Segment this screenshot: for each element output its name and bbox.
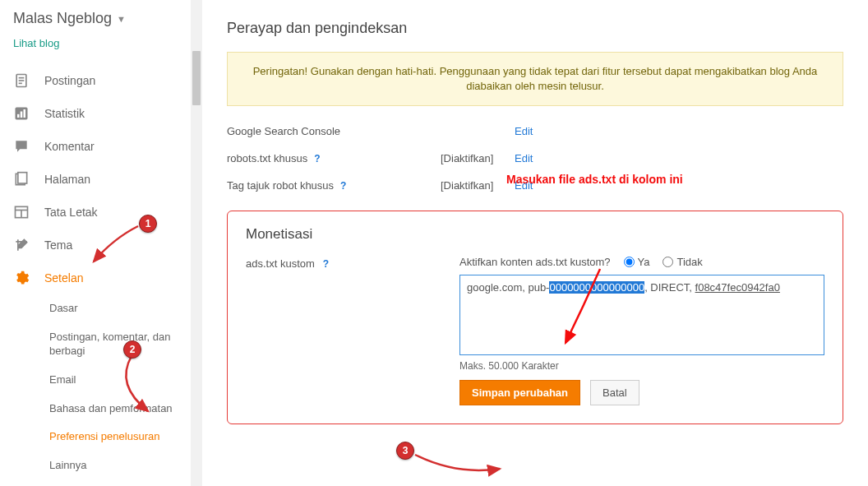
nav-halaman[interactable]: Halaman	[8, 163, 191, 196]
document-icon	[13, 72, 30, 89]
annotation-badge-2: 2	[123, 340, 141, 359]
radio-no[interactable]	[663, 257, 673, 267]
subnav-postingan-komentar[interactable]: Postingan, komentar, dan berbagi	[44, 323, 184, 366]
activate-label: Aktifkan konten ads.txt kustom?	[459, 256, 611, 268]
blog-title-dropdown[interactable]: Malas Ngeblog ▼	[8, 7, 191, 30]
help-icon[interactable]: ?	[323, 258, 329, 270]
subnav-lainnya[interactable]: Lainnya	[44, 451, 184, 480]
edit-link[interactable]: Edit	[515, 152, 533, 164]
svg-rect-5	[17, 114, 20, 118]
blog-title-text: Malas Ngeblog	[13, 10, 112, 27]
annotation-text: Masukan file ads.txt di kolom ini	[506, 173, 683, 186]
subnav: Dasar Postingan, komentar, dan berbagi E…	[8, 294, 191, 486]
svg-rect-7	[24, 109, 26, 118]
cancel-button[interactable]: Batal	[590, 380, 639, 405]
row-label: Tag tajuk robot khusus	[227, 179, 334, 192]
view-blog-link[interactable]: Lihat blog	[8, 30, 59, 64]
nav-postingan[interactable]: Postingan	[8, 64, 191, 97]
save-button[interactable]: Simpan perubahan	[459, 380, 580, 405]
subnav-setelan-pengguna[interactable]: Setelan pengguna	[44, 480, 184, 486]
nav-statistik[interactable]: Statistik	[8, 97, 191, 130]
stats-icon	[13, 105, 30, 122]
nav-label: Tata Letak	[44, 206, 98, 219]
nav-komentar[interactable]: Komentar	[8, 130, 191, 163]
monetize-section: Monetisasi ads.txt kustom ? Aktifkan kon…	[227, 211, 843, 424]
monetize-title: Monetisasi	[246, 226, 824, 243]
subnav-preferensi-penelusuran[interactable]: Preferensi penelusuran	[44, 423, 184, 451]
max-char-label: Maks. 50.000 Karakter	[459, 355, 824, 380]
theme-icon	[13, 237, 30, 253]
nav-label: Setelan	[44, 271, 83, 285]
chevron-down-icon: ▼	[117, 14, 126, 24]
scrollbar-thumb[interactable]	[192, 51, 201, 105]
nav-tema[interactable]: Tema	[8, 229, 191, 262]
comment-icon	[13, 138, 30, 155]
annotation-badge-1: 1	[139, 215, 157, 233]
activate-radio-row: Aktifkan konten ads.txt kustom? Ya Tidak	[459, 256, 824, 268]
subnav-bahasa[interactable]: Bahasa dan pemformatan	[44, 395, 184, 424]
nav-label: Statistik	[44, 107, 85, 120]
subnav-dasar[interactable]: Dasar	[44, 294, 184, 323]
scrollbar-track[interactable]	[191, 0, 202, 486]
row-label: robots.txt khusus	[227, 152, 307, 164]
row-label: Google Search Console	[227, 125, 340, 137]
nav-label: Postingan	[44, 74, 95, 87]
edit-link[interactable]: Edit	[515, 125, 533, 137]
main-content: Perayap dan pengindeksan Peringatan! Gun…	[202, 0, 868, 486]
sidebar: Malas Ngeblog ▼ Lihat blog Postingan Sta…	[0, 0, 191, 486]
help-icon[interactable]: ?	[314, 153, 320, 164]
help-icon[interactable]: ?	[340, 180, 346, 192]
nav-list: Postingan Statistik Komentar Halaman Tat…	[8, 64, 191, 294]
section-title: Perayap dan pengindeksan	[227, 20, 843, 37]
ads-txt-label: ads.txt kustom	[246, 257, 315, 270]
radio-yes[interactable]	[624, 257, 635, 267]
layout-icon	[13, 204, 30, 220]
nav-label: Komentar	[44, 140, 95, 153]
annotation-badge-3: 3	[396, 442, 414, 460]
nav-tata-letak[interactable]: Tata Letak	[8, 196, 191, 229]
nav-label: Tema	[44, 238, 72, 252]
svg-rect-6	[21, 112, 23, 118]
svg-rect-9	[18, 173, 27, 183]
row-status: [Diaktifkan]	[441, 152, 515, 164]
radio-yes-label[interactable]: Ya	[624, 256, 650, 268]
row-status: [Diaktifkan]	[441, 179, 515, 192]
page-icon	[13, 171, 30, 187]
row-robots-txt: robots.txt khusus ? [Diaktifkan] Edit	[227, 145, 843, 172]
gear-icon	[13, 270, 30, 286]
radio-no-label[interactable]: Tidak	[663, 256, 702, 268]
nav-label: Halaman	[44, 173, 90, 186]
warning-box: Peringatan! Gunakan dengan hati-hati. Pe…	[227, 52, 843, 106]
subnav-email[interactable]: Email	[44, 366, 184, 395]
row-search-console: Google Search Console Edit	[227, 118, 843, 145]
ads-txt-textarea[interactable]: google.com, pub-0000000000000000, DIRECT…	[459, 275, 824, 355]
nav-setelan[interactable]: Setelan	[8, 262, 191, 294]
